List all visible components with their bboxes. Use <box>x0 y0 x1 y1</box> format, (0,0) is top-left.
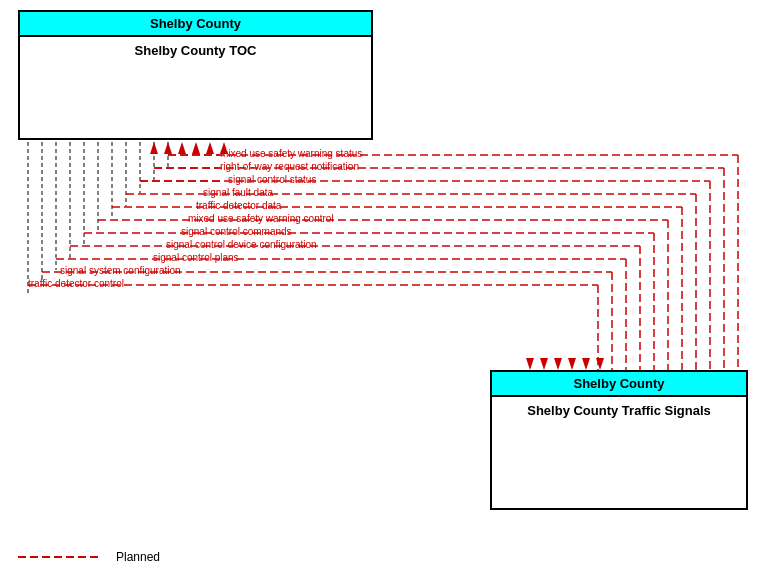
svg-marker-29 <box>192 142 200 154</box>
svg-marker-27 <box>164 142 172 154</box>
flow-label-1: mixed use safety warning status <box>220 148 362 159</box>
toc-title: Shelby County TOC <box>20 37 371 64</box>
toc-box: Shelby County Shelby County TOC <box>18 10 373 140</box>
flow-label-6: mixed use safety warning control <box>188 213 334 224</box>
diagram-container: Shelby County Shelby County TOC Shelby C… <box>0 0 763 582</box>
flow-label-11: traffic detector control <box>28 278 124 289</box>
svg-marker-32 <box>526 358 534 370</box>
flow-label-2: right-of-way request notification <box>220 161 359 172</box>
legend-line-svg <box>18 551 108 563</box>
svg-marker-37 <box>596 358 604 370</box>
signals-box: Shelby County Shelby County Traffic Sign… <box>490 370 748 510</box>
signals-title: Shelby County Traffic Signals <box>492 397 746 424</box>
flow-label-3: signal control status <box>228 174 316 185</box>
signals-header: Shelby County <box>492 372 746 397</box>
legend-label: Planned <box>116 550 160 564</box>
svg-marker-30 <box>206 142 214 154</box>
flow-label-9: signal control plans <box>153 252 239 263</box>
toc-header: Shelby County <box>20 12 371 37</box>
flow-label-8: signal control device configuration <box>166 239 317 250</box>
svg-marker-35 <box>568 358 576 370</box>
flow-label-7: signal control commands <box>181 226 292 237</box>
flow-label-10: signal system configuration <box>60 265 181 276</box>
svg-marker-36 <box>582 358 590 370</box>
svg-marker-33 <box>540 358 548 370</box>
svg-marker-28 <box>178 142 186 154</box>
legend: Planned <box>18 550 160 564</box>
flow-label-5: traffic detector data <box>196 200 281 211</box>
svg-marker-34 <box>554 358 562 370</box>
flow-label-4: signal fault data <box>203 187 273 198</box>
svg-marker-26 <box>150 142 158 154</box>
